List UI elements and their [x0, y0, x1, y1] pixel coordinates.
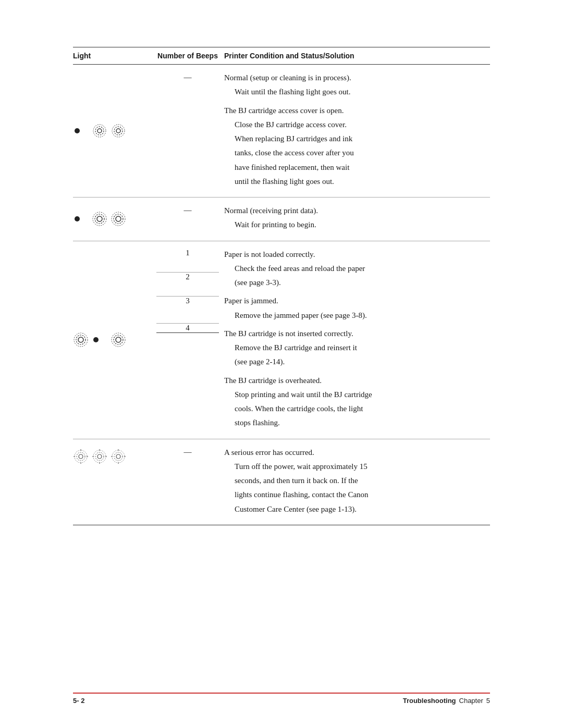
- condition-indent-1b-4: have finished replacement, then wait: [224, 162, 485, 174]
- beeps-sub-table: 1 2 3 4: [156, 249, 219, 333]
- light-cell-row3: [73, 241, 156, 439]
- condition-main-3-2: Paper is jammed.: [224, 295, 485, 307]
- condition-main-3-3: The BJ cartridge is not inserted correct…: [224, 328, 485, 340]
- condition-text-row1: Normal (setup or cleaning is in process)…: [224, 72, 485, 188]
- light-flash-icon-4c: [111, 449, 126, 464]
- svg-point-9: [95, 214, 104, 224]
- light-dot-icon: [73, 123, 89, 139]
- light-dot-icon-row2: [73, 211, 89, 227]
- condition-indent-4d: Customer Care Center (see page 1-13).: [224, 503, 485, 515]
- svg-point-8: [97, 216, 102, 221]
- condition-indent-3-1a: Check the feed areas and reload the pape…: [224, 263, 485, 275]
- svg-point-4: [116, 129, 120, 133]
- condition-cell-row1: Normal (setup or cleaning is in process)…: [224, 65, 490, 198]
- light-flash-icon-1: [92, 123, 107, 139]
- light-cell-row4: [73, 439, 156, 525]
- beep-entry-2: 2: [156, 272, 219, 296]
- beeps-value-row1: —: [184, 73, 192, 81]
- condition-indent-1b-3: tanks, close the access cover after you: [224, 147, 485, 159]
- svg-point-21: [79, 454, 83, 459]
- light-solid-icon-2b: [111, 211, 126, 227]
- condition-indent-2a: Wait for printing to begin.: [224, 219, 485, 231]
- condition-cell-row2: Normal (receiving print data). Wait for …: [224, 198, 490, 241]
- condition-indent-1b-2: When replacing BJ cartridges and ink: [224, 133, 485, 145]
- condition-text-row2: Normal (receiving print data). Wait for …: [224, 205, 485, 231]
- svg-point-0: [75, 128, 80, 133]
- svg-point-28: [97, 454, 102, 459]
- svg-point-17: [93, 337, 99, 342]
- svg-point-19: [114, 335, 123, 344]
- beep-num-1: 1: [156, 249, 219, 273]
- condition-indent-1a: Wait until the flashing light goes out.: [224, 86, 485, 98]
- condition-indent-3-3b: (see page 2-14).: [224, 356, 485, 368]
- condition-indent-3-4a: Stop printing and wait until the BJ cart…: [224, 389, 485, 401]
- condition-main-4: A serious error has occurred.: [224, 447, 485, 459]
- beep-entry-1: 1: [156, 249, 219, 273]
- beep-entry-3: 3: [156, 296, 219, 323]
- table-row: — Normal (receiving print data). Wait fo…: [73, 198, 490, 241]
- beep-num-4: 4: [156, 323, 219, 332]
- light-icons-row4: [73, 449, 151, 464]
- svg-point-18: [116, 337, 121, 342]
- page-footer: 5- 2 Troubleshooting Chapter 5: [73, 693, 490, 705]
- light-solid-icon-3a: [73, 332, 89, 348]
- condition-text-row3: Paper is not loaded correctly. Check the…: [224, 249, 485, 429]
- condition-main-2a: Normal (receiving print data).: [224, 205, 485, 217]
- footer-page-num: 5- 2: [73, 697, 84, 705]
- condition-main-3-1: Paper is not loaded correctly.: [224, 249, 485, 261]
- svg-point-11: [116, 216, 121, 221]
- light-cell-row1: [73, 65, 156, 198]
- beep-num-2: 2: [156, 272, 219, 296]
- footer-chapter-num: 5: [486, 697, 490, 705]
- condition-cell-row4: A serious error has occurred. Turn off t…: [224, 439, 490, 525]
- svg-point-2: [95, 127, 104, 135]
- svg-point-22: [77, 452, 85, 461]
- footer-right: Troubleshooting Chapter 5: [403, 697, 490, 705]
- header-condition: Printer Condition and Status/Solution: [224, 47, 490, 65]
- svg-point-1: [97, 129, 102, 133]
- table-header-row: Light Number of Beeps Printer Condition …: [73, 47, 490, 65]
- light-icons-row2: [73, 211, 151, 227]
- light-solid-icon-2a: [92, 211, 107, 227]
- svg-point-14: [78, 337, 83, 342]
- footer-chapter-label: Chapter: [459, 697, 483, 705]
- svg-point-35: [116, 454, 120, 459]
- header-light: Light: [73, 47, 156, 65]
- condition-indent-1b-1: Close the BJ cartridge access cover.: [224, 119, 485, 131]
- beeps-value-row4: —: [184, 448, 192, 456]
- beeps-cell-row1: —: [156, 65, 224, 198]
- svg-point-12: [114, 214, 123, 224]
- condition-indent-3-1b: (see page 3-3).: [224, 277, 485, 289]
- beeps-cell-row3: 1 2 3 4: [156, 241, 224, 439]
- condition-indent-3-3a: Remove the BJ cartridge and reinsert it: [224, 342, 485, 354]
- svg-point-7: [75, 216, 80, 221]
- condition-indent-1b-5: until the flashing light goes out.: [224, 176, 485, 188]
- condition-indent-4a: Turn off the power, wait approximately 1…: [224, 461, 485, 473]
- condition-indent-3-4c: stops flashing.: [224, 417, 485, 429]
- svg-point-36: [114, 452, 123, 461]
- beeps-cell-row2: —: [156, 198, 224, 241]
- main-table: Light Number of Beeps Printer Condition …: [73, 47, 490, 525]
- condition-text-row4: A serious error has occurred. Turn off t…: [224, 447, 485, 515]
- condition-main-1b: The BJ cartridge access cover is open.: [224, 105, 485, 117]
- condition-indent-3-4b: cools. When the cartridge cools, the lig…: [224, 403, 485, 415]
- beeps-value-row2: —: [184, 206, 192, 214]
- header-beeps-text: Number of Beeps: [157, 52, 218, 60]
- light-cell-row2: [73, 198, 156, 241]
- condition-cell-row3: Paper is not loaded correctly. Check the…: [224, 241, 490, 439]
- page-container: Light Number of Beeps Printer Condition …: [0, 0, 563, 728]
- light-icons-row3: [73, 332, 151, 348]
- light-dot-icon-row3: [92, 332, 107, 348]
- condition-main-1a: Normal (setup or cleaning is in process)…: [224, 72, 485, 84]
- light-solid-icon-3b: [111, 332, 126, 348]
- footer-section-label: Troubleshooting: [403, 697, 456, 705]
- condition-indent-4b: seconds, and then turn it back on. If th…: [224, 475, 485, 487]
- beeps-cell-row4: —: [156, 439, 224, 525]
- table-row: — A serious error has occurred. Turn off…: [73, 439, 490, 525]
- svg-point-29: [95, 452, 104, 461]
- condition-main-3-4: The BJ cartridge is overheated.: [224, 375, 485, 387]
- light-flash-icon-4b: [92, 449, 107, 464]
- beep-num-3: 3: [156, 296, 219, 323]
- light-flash-icon-4a: [73, 449, 89, 464]
- light-solid-icon-1: [111, 123, 126, 139]
